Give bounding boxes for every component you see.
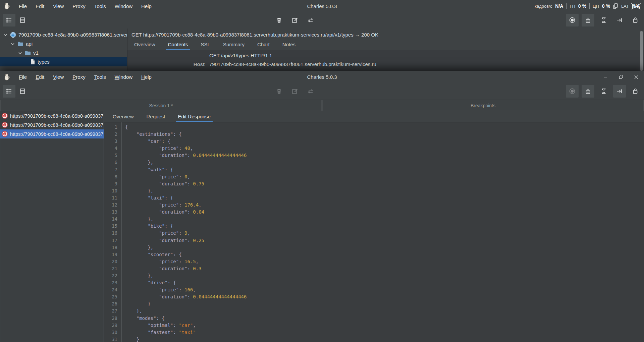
- line-number: 10: [104, 187, 117, 194]
- line-number: 13: [104, 209, 117, 216]
- tab-overview[interactable]: Overview: [111, 111, 136, 122]
- folder-icon: [25, 50, 31, 56]
- code-line-17: "duration": 0.25: [125, 237, 644, 244]
- clear-session-icon[interactable]: [273, 85, 285, 98]
- scrollbar-thumb[interactable]: [640, 31, 643, 71]
- sequence-view-icon[interactable]: [16, 14, 29, 26]
- throttle-icon[interactable]: [597, 85, 610, 98]
- charles-logo: [3, 73, 10, 81]
- repeat-icon[interactable]: [304, 14, 317, 26]
- record-icon[interactable]: [566, 14, 579, 26]
- host-header-name: Host: [127, 61, 205, 67]
- chevron-down-icon[interactable]: [3, 32, 8, 38]
- divider: [566, 3, 567, 9]
- line-number: 23: [104, 279, 117, 286]
- record-icon[interactable]: [566, 85, 579, 98]
- menubar-1: FileEditViewProxyToolsWindowHelp Charles…: [0, 0, 644, 12]
- menu-window[interactable]: Window: [111, 2, 136, 10]
- breakpoints-icon[interactable]: [613, 85, 626, 98]
- chevron-down-icon[interactable]: [10, 41, 15, 47]
- tab-chart[interactable]: Chart: [255, 39, 272, 50]
- line-number: 14: [104, 216, 117, 223]
- ssl-lock-icon[interactable]: [582, 14, 594, 26]
- tab-ssl[interactable]: SSL: [199, 39, 212, 50]
- compose-icon[interactable]: [288, 85, 301, 98]
- line-number: 12: [104, 202, 117, 209]
- minimize-icon[interactable]: [598, 71, 613, 83]
- menu-edit[interactable]: Edit: [32, 2, 48, 10]
- line-number-gutter: 1234567891011121314151617181920212223242…: [104, 122, 122, 342]
- menu-file[interactable]: File: [15, 2, 31, 10]
- line-number: 7: [104, 166, 117, 173]
- code-line-25: "duration": 0.04444444444444446: [125, 293, 644, 300]
- tree-row-v1[interactable]: v1: [0, 48, 127, 57]
- breakpoint-row-1[interactable]: https://7901709b-cc88-4c8a-89b0-a099837: [0, 111, 104, 120]
- code-line-5: "duration": 0.04444444444444446: [125, 152, 644, 159]
- breakpoint-url: https://7901709b-cc88-4c8a-89b0-a099837: [10, 113, 103, 119]
- tree-row-types[interactable]: types: [0, 57, 127, 66]
- tools-bag-icon[interactable]: [629, 85, 642, 98]
- menu-file[interactable]: File: [15, 73, 31, 81]
- globe-icon: [10, 32, 16, 38]
- code-line-7: "walk": {: [125, 166, 644, 173]
- line-number: 21: [104, 265, 117, 272]
- restore-icon[interactable]: [613, 71, 629, 83]
- tree-row-api[interactable]: api: [0, 39, 127, 48]
- code-line-2: "estimations": {: [125, 131, 644, 138]
- menu-view[interactable]: View: [49, 2, 67, 10]
- tab-edit-response[interactable]: Edit Response: [176, 111, 213, 122]
- sequence-view-icon[interactable]: [16, 85, 29, 98]
- code-line-11: "taxi": {: [125, 194, 644, 202]
- tab-request[interactable]: Request: [145, 111, 167, 122]
- json-code[interactable]: { "estimations": { "car": { "price": 40,…: [122, 122, 644, 342]
- edit-response-editor[interactable]: 1234567891011121314151617181920212223242…: [104, 122, 644, 342]
- menu-window[interactable]: Window: [111, 73, 136, 81]
- breakpoints-list: https://7901709b-cc88-4c8a-89b0-a099837h…: [0, 111, 104, 342]
- line-number: 22: [104, 272, 117, 279]
- screen: FileEditViewProxyToolsWindowHelp Charles…: [0, 0, 644, 342]
- close-icon[interactable]: [629, 71, 644, 83]
- chevron-down-icon[interactable]: [17, 50, 23, 56]
- code-line-21: "duration": 0.3: [125, 265, 644, 272]
- breakpoint-row-3[interactable]: https://7901709b-cc88-4c8a-89b0-a099837: [0, 129, 104, 138]
- compose-icon[interactable]: [288, 14, 301, 26]
- ssl-lock-icon[interactable]: [582, 85, 594, 98]
- tree-row-7901709b-cc88-4c8a-89b0-[interactable]: 7901709b-cc88-4c8a-89b0-a099837f8061.ser…: [0, 30, 127, 39]
- code-line-10: },: [125, 187, 644, 194]
- structure-view-icon[interactable]: [3, 14, 15, 26]
- code-line-30: "fastest": "taxi": [125, 329, 644, 336]
- line-number: 17: [104, 237, 117, 244]
- menu-help[interactable]: Help: [138, 2, 155, 10]
- code-line-4: "price": 40,: [125, 145, 644, 152]
- menu-view[interactable]: View: [49, 73, 67, 81]
- menu-edit[interactable]: Edit: [32, 73, 48, 81]
- line-number: 18: [104, 244, 117, 251]
- throttle-icon[interactable]: [597, 14, 610, 26]
- tab-overview[interactable]: Overview: [132, 39, 157, 50]
- menu-proxy[interactable]: Proxy: [69, 73, 89, 81]
- tab-contents[interactable]: Contents: [166, 39, 190, 50]
- line-number: 2: [104, 131, 117, 138]
- tab-notes[interactable]: Notes: [280, 39, 298, 50]
- http-request-line: GET /api/v1/types HTTP/1.1: [209, 53, 272, 58]
- breakpoint-row-2[interactable]: https://7901709b-cc88-4c8a-89b0-a099837: [0, 120, 104, 129]
- pane-splitter-handle[interactable]: [0, 249, 0, 254]
- repeat-icon[interactable]: [304, 85, 317, 98]
- tools-bag-icon[interactable]: [629, 14, 642, 26]
- clear-session-icon[interactable]: [273, 14, 285, 26]
- menu-tools[interactable]: Tools: [91, 73, 110, 81]
- http-headers-pane: GET /api/v1/types HTTP/1.1 Host7901709b-…: [127, 50, 644, 71]
- line-number: 27: [104, 307, 117, 315]
- menu-proxy[interactable]: Proxy: [69, 2, 89, 10]
- divider: [589, 3, 590, 9]
- tab-session-1[interactable]: Session 1 *: [0, 100, 322, 111]
- code-line-28: "modes": {: [125, 315, 644, 322]
- menu-tools[interactable]: Tools: [91, 2, 110, 10]
- menu-help[interactable]: Help: [138, 73, 155, 81]
- code-line-8: "price": 0,: [125, 173, 644, 180]
- structure-view-icon[interactable]: [3, 85, 15, 98]
- breakpoints-icon[interactable]: [613, 14, 626, 26]
- tab-breakpoints[interactable]: Breakpoints: [322, 100, 644, 111]
- tab-summary[interactable]: Summary: [221, 39, 247, 50]
- code-line-23: "drive": {: [125, 279, 644, 286]
